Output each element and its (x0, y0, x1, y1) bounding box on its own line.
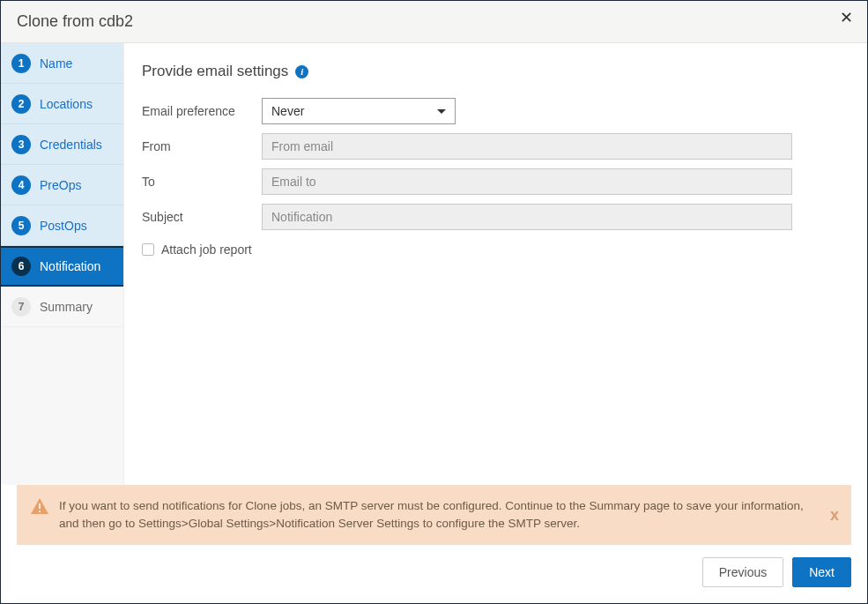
chevron-down-icon (437, 109, 446, 114)
panel-heading: Provide email settings (142, 63, 288, 80)
label-from: From (142, 139, 262, 153)
row-email-preference: Email preference Never (142, 98, 849, 124)
sidebar-step-notification[interactable]: 6 Notification (1, 246, 123, 287)
step-number-icon: 3 (11, 135, 31, 154)
step-label: Credentials (40, 138, 102, 152)
to-input[interactable] (262, 168, 792, 195)
email-preference-select[interactable]: Never (262, 98, 456, 124)
sidebar-step-preops[interactable]: 4 PreOps (1, 165, 123, 205)
sidebar-step-locations[interactable]: 2 Locations (1, 84, 123, 124)
clone-dialog: Clone from cdb2 ✕ 1 Name 2 Locations 3 C… (0, 0, 868, 604)
step-number-icon: 1 (11, 54, 31, 73)
step-label: Name (40, 56, 72, 71)
from-input[interactable] (262, 133, 792, 160)
step-label: Locations (40, 97, 93, 111)
titlebar: Clone from cdb2 ✕ (1, 1, 867, 43)
info-icon[interactable]: i (295, 65, 308, 78)
row-from: From (142, 133, 849, 160)
row-attach-report: Attach job report (142, 242, 849, 257)
sidebar-step-postops[interactable]: 5 PostOps (1, 205, 123, 246)
attach-report-label: Attach job report (161, 242, 252, 257)
label-email-preference: Email preference (142, 104, 262, 118)
sidebar-step-summary[interactable]: 7 Summary (1, 287, 123, 327)
step-number-icon: 4 (11, 175, 31, 195)
heading-row: Provide email settings i (142, 63, 849, 80)
row-subject: Subject (142, 204, 849, 230)
step-number-icon: 5 (11, 216, 31, 235)
close-icon[interactable]: ✕ (840, 10, 853, 26)
step-label: Summary (40, 300, 93, 314)
label-to: To (142, 175, 262, 189)
step-label: PreOps (40, 178, 81, 192)
dialog-title: Clone from cdb2 (17, 12, 133, 31)
step-number-icon: 6 (11, 257, 31, 276)
smtp-warning-alert: If you want to send notifications for Cl… (17, 485, 851, 546)
wizard-sidebar: 1 Name 2 Locations 3 Credentials 4 PreOp… (1, 43, 124, 485)
warning-icon (31, 498, 48, 518)
previous-button[interactable]: Previous (702, 557, 783, 587)
select-value: Never (271, 104, 304, 118)
alert-close-icon[interactable]: x (830, 505, 839, 524)
step-label: Notification (40, 259, 100, 273)
main-panel: Provide email settings i Email preferenc… (124, 43, 867, 485)
subject-input[interactable] (262, 204, 792, 230)
row-to: To (142, 168, 849, 195)
step-number-icon: 7 (11, 297, 31, 317)
button-row: Previous Next (17, 557, 851, 587)
alert-message: If you want to send notifications for Cl… (59, 497, 837, 533)
sidebar-step-name[interactable]: 1 Name (1, 43, 123, 84)
step-label: PostOps (40, 219, 87, 233)
footer: If you want to send notifications for Cl… (1, 485, 867, 604)
sidebar-step-credentials[interactable]: 3 Credentials (1, 124, 123, 165)
svg-rect-0 (39, 503, 41, 509)
next-button[interactable]: Next (792, 557, 851, 587)
attach-report-checkbox[interactable] (142, 243, 154, 256)
label-subject: Subject (142, 210, 262, 224)
step-number-icon: 2 (11, 94, 31, 114)
dialog-body: 1 Name 2 Locations 3 Credentials 4 PreOp… (1, 43, 867, 485)
svg-rect-1 (39, 511, 41, 512)
